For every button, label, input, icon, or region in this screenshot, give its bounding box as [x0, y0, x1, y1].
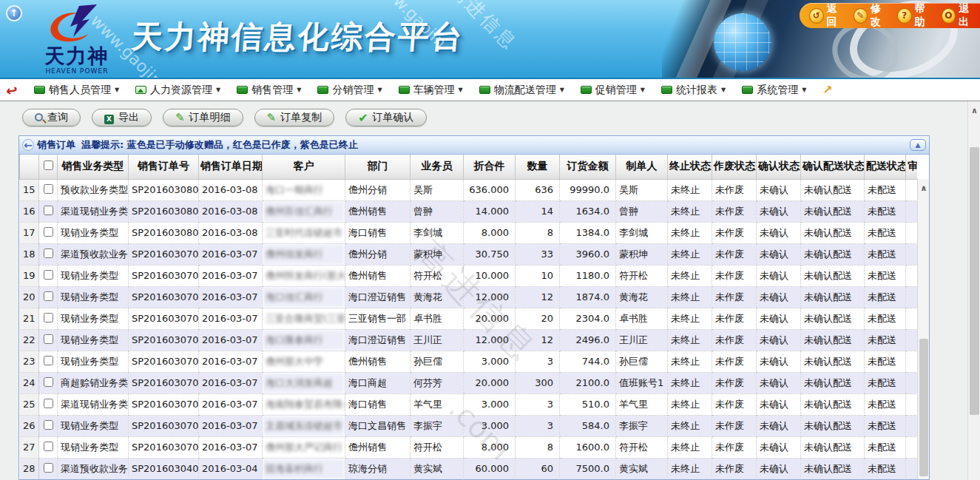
page-title: 天力神信息化综合平台	[130, 16, 466, 58]
page-scrollbar[interactable]: ∧	[967, 101, 980, 480]
row-checkbox[interactable]	[44, 184, 53, 194]
row-checkbox[interactable]	[44, 356, 53, 365]
row-checkbox[interactable]	[44, 399, 53, 408]
row-checkbox[interactable]	[44, 206, 53, 215]
menu-item-系统管理[interactable]: 系统管理▼	[742, 84, 806, 97]
menu-item-统计报表[interactable]: 统计报表▼	[661, 84, 726, 97]
row-checkbox-cell	[39, 372, 58, 393]
修改-button[interactable]: ✎修改	[851, 2, 893, 29]
cell-void: 未作废	[712, 243, 757, 265]
退出-button[interactable]: O退出	[939, 2, 980, 29]
cell-delivery: 未配送	[865, 179, 906, 200]
row-checkbox[interactable]	[44, 270, 53, 280]
menu-item-销售人员管理[interactable]: 销售人员管理▼	[34, 84, 119, 97]
row-checkbox[interactable]	[44, 377, 53, 387]
col-header[interactable]: 配送状态	[865, 155, 906, 179]
row-checkbox[interactable]	[44, 227, 53, 237]
cell-type: 商超赊销业务类型	[58, 372, 129, 393]
cell-dept: 儋州销售	[345, 265, 410, 286]
table-scrollbar-thumb[interactable]	[919, 339, 928, 476]
col-header[interactable]: 客户	[263, 155, 345, 179]
row-checkbox[interactable]	[44, 334, 53, 344]
table-scrollbar[interactable]: ∧	[917, 179, 929, 479]
cell-customer: 文昌城东连锁超市	[263, 415, 345, 436]
col-header[interactable]	[39, 155, 58, 179]
menu-item-销售管理[interactable]: 销售管理▼	[237, 84, 301, 97]
row-checkbox-cell	[39, 179, 58, 200]
collapse-button[interactable]: ▲	[910, 139, 926, 151]
menu-item-分销管理[interactable]: 分销管理▼	[317, 84, 382, 97]
cell-creator: 卓书胜	[616, 308, 668, 329]
col-header[interactable]: 审核状态	[906, 155, 918, 179]
excel-icon: X	[104, 112, 114, 124]
cell-qty: 12	[516, 329, 560, 351]
cell-type: 现销业务类型	[58, 222, 129, 243]
page-scrollbar-thumb[interactable]	[970, 147, 979, 415]
table-row: 26现销业务类型SP2016030700542016-03-07文昌城东连锁超市…	[20, 415, 918, 436]
scroll-up-icon[interactable]: ∧	[918, 183, 929, 193]
cell-dept: 三亚销售一部	[345, 308, 410, 329]
menu-item-车辆管理[interactable]: 车辆管理▼	[399, 84, 463, 97]
返回-button[interactable]: ↺返回	[807, 2, 848, 29]
row-number: 15	[20, 179, 39, 200]
row-checkbox[interactable]	[44, 313, 53, 322]
cell-delivery: 未配送	[865, 286, 906, 308]
page-scroll-up-icon[interactable]: ∧	[968, 106, 980, 115]
col-header[interactable]: 作废状态	[712, 155, 757, 179]
panel-icon	[317, 86, 328, 94]
cell-audit	[906, 265, 918, 286]
cell-dept: 儋州销售	[345, 200, 410, 222]
menu-item-人力资源管理[interactable]: 人力资源管理▼	[135, 84, 220, 97]
row-checkbox[interactable]	[44, 249, 53, 258]
col-header[interactable]: 部门	[345, 155, 410, 179]
col-header[interactable]: 订货金额	[560, 155, 616, 179]
col-header[interactable]: 终止状态	[668, 155, 712, 179]
col-header[interactable]: 销售订单日期	[199, 155, 263, 179]
cell-audit	[906, 372, 918, 393]
cell-stop: 未终止	[668, 265, 712, 286]
col-header[interactable]: 销售业务类型	[58, 155, 129, 179]
menu-item-物流配送管理[interactable]: 物流配送管理▼	[479, 84, 564, 97]
red-arrow-icon[interactable]: ↩	[4, 81, 19, 98]
row-checkbox[interactable]	[44, 420, 53, 430]
col-header[interactable]: 业务员	[410, 155, 464, 179]
panel-title: 销售订单	[37, 138, 75, 152]
panel-icon	[581, 86, 592, 94]
menu-item-促销管理[interactable]: 促销管理▼	[581, 84, 645, 97]
订单明细-button[interactable]: ✎订单明细	[163, 109, 243, 126]
row-checkbox[interactable]	[44, 291, 53, 301]
col-header[interactable]: 折合件	[464, 155, 516, 179]
button-label: 退出	[959, 2, 978, 29]
table-header-row: 销售业务类型销售订单号销售订单日期客户部门业务员折合件数量订货金额制单人终止状态…	[20, 155, 918, 179]
table-row: 20现销业务类型SP2016030703282016-03-07海口佳汇商行海口…	[20, 286, 918, 308]
查询-button[interactable]: 查询	[22, 109, 81, 126]
row-checkbox[interactable]	[44, 463, 53, 473]
gold-arrow-icon[interactable]: ↗	[822, 83, 832, 97]
row-checkbox[interactable]	[44, 442, 53, 451]
select-all-checkbox[interactable]	[44, 160, 53, 170]
cell-void: 未作废	[712, 286, 757, 308]
col-header[interactable]: 确认配送状态	[801, 155, 865, 179]
cell-audit	[906, 329, 918, 351]
row-number: 22	[20, 329, 39, 351]
col-header[interactable]: 确认状态	[757, 155, 801, 179]
cell-customer: 儋州那大严记商行	[263, 436, 345, 458]
col-header[interactable]: 销售订单号	[129, 155, 199, 179]
top-arrow-icon[interactable]: ↑	[6, 5, 22, 21]
cell-qty: 8	[516, 436, 560, 458]
订单复制-button[interactable]: ✎订单复制	[254, 109, 335, 126]
帮助-button[interactable]: ?帮助	[895, 2, 936, 29]
cell-stop: 未终止	[668, 351, 712, 372]
cell-dept: 儋州分销	[345, 243, 410, 265]
导出-button[interactable]: X导出	[92, 109, 152, 126]
cell-creator: 孙巨儒	[616, 351, 668, 372]
col-header[interactable]: 数量	[516, 155, 560, 179]
cell-qty: 20	[516, 308, 560, 329]
cell-date: 2016-03-07	[199, 372, 263, 393]
col-header[interactable]	[20, 155, 39, 179]
content-area: 高进信息 .com 查询X导出✎订单明细✎订单复制✔订单确认 ← 销售订单 温馨…	[0, 101, 980, 480]
col-header[interactable]: 制单人	[616, 155, 668, 179]
订单确认-button[interactable]: ✔订单确认	[345, 109, 426, 126]
cell-customer: 儋州那大中学	[263, 351, 345, 372]
cell-delivery: 未配送	[865, 200, 906, 222]
